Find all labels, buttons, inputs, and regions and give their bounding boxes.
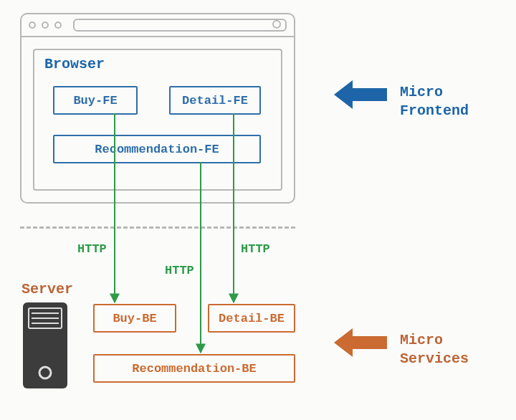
buy-be-box: Buy-BE [93, 304, 176, 333]
detail-be-label: Detail-BE [219, 312, 285, 325]
micro-frontend-l2: Frontend [400, 102, 469, 119]
browser-titlebar [22, 14, 294, 37]
buy-fe-label: Buy-FE [73, 94, 117, 108]
arrow-left-orange-icon [334, 328, 387, 357]
architecture-diagram: Browser Buy-FE Detail-FE Recommendation-… [0, 0, 516, 420]
arrow-left-blue-icon [334, 80, 387, 109]
detail-fe-box: Detail-FE [169, 86, 261, 115]
window-dot-icon [29, 22, 36, 29]
server-icon [22, 301, 69, 390]
http-label-detail: HTTP [241, 242, 270, 256]
recommendation-be-box: Recommendation-BE [93, 354, 295, 383]
micro-frontend-l1: Micro [400, 84, 443, 100]
buy-fe-box: Buy-FE [53, 86, 138, 115]
browser-window: Browser Buy-FE Detail-FE Recommendation-… [20, 13, 295, 204]
recommendation-fe-box: Recommendation-FE [53, 135, 261, 163]
micro-frontend-label: Micro Frontend [400, 83, 469, 120]
recommendation-fe-label: Recommendation-FE [95, 143, 219, 156]
http-label-buy: HTTP [77, 242, 107, 256]
micro-services-label: Micro Services [400, 331, 469, 368]
svg-marker-7 [334, 328, 387, 357]
browser-title: Browser [44, 56, 105, 72]
micro-services-l1: Micro [400, 332, 443, 348]
window-dot-icon [54, 22, 62, 29]
detail-fe-label: Detail-FE [182, 94, 248, 108]
buy-be-label: Buy-BE [113, 312, 156, 325]
recommendation-be-label: Recommendation-BE [132, 362, 256, 376]
browser-viewport: Browser Buy-FE Detail-FE Recommendation-… [33, 49, 282, 191]
svg-marker-6 [334, 80, 387, 109]
http-label-recommendation: HTTP [165, 264, 194, 277]
detail-be-box: Detail-BE [208, 304, 295, 333]
micro-services-l2: Services [400, 350, 469, 367]
svg-rect-0 [23, 302, 67, 388]
server-title: Server [22, 281, 73, 297]
tier-divider [20, 226, 295, 229]
window-dot-icon [42, 22, 49, 29]
url-bar-icon [73, 19, 287, 32]
